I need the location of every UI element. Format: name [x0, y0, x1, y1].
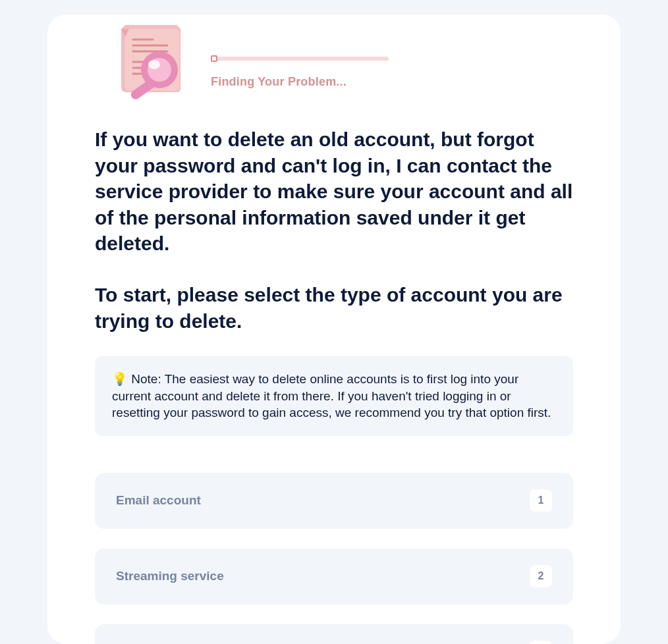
heading-para-1: If you want to delete an old account, bu… [95, 126, 573, 257]
progress-column: Finding Your Problem... [211, 24, 389, 89]
svg-point-9 [148, 60, 160, 69]
progress-thumb [211, 55, 217, 62]
heading-para-2: To start, please select the type of acco… [95, 282, 573, 334]
document-magnifier-icon [113, 24, 192, 109]
option-social-media[interactable]: Social Media 3 [95, 624, 573, 644]
option-streaming-service[interactable]: Streaming service 2 [95, 549, 573, 604]
page-heading: If you want to delete an old account, bu… [47, 109, 621, 334]
options-list: Email account 1 Streaming service 2 Soci… [47, 473, 621, 644]
header-row: Finding Your Problem... [47, 24, 621, 109]
note-text: The easiest way to delete online account… [112, 372, 551, 419]
option-badge: 1 [530, 489, 552, 512]
option-label: Email account [116, 493, 201, 508]
note-prefix: 💡 Note: [112, 372, 165, 386]
option-label: Streaming service [116, 569, 224, 583]
note-box: 💡 Note: The easiest way to delete online… [95, 356, 573, 435]
option-badge: 3 [530, 641, 552, 644]
progress-label: Finding Your Problem... [211, 75, 389, 89]
main-card: Finding Your Problem... If you want to d… [47, 14, 621, 644]
option-badge: 2 [530, 565, 552, 587]
option-email-account[interactable]: Email account 1 [95, 473, 573, 529]
progress-bar [211, 57, 389, 61]
